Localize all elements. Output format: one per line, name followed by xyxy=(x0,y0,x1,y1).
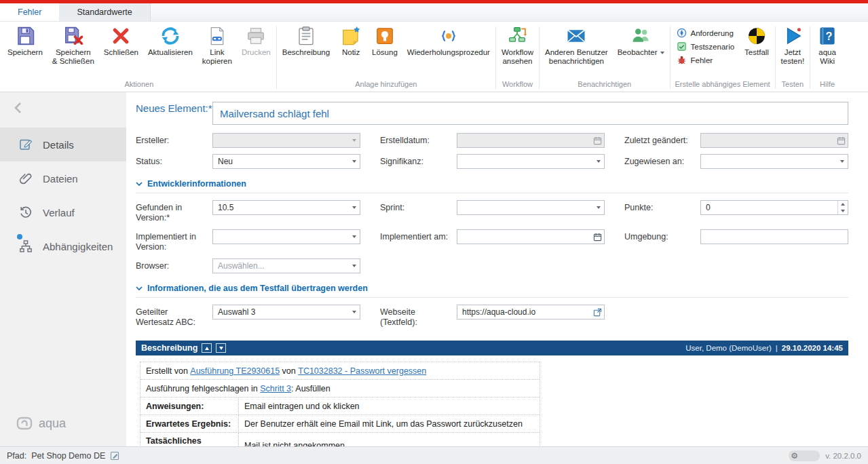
create-test-scenario-button[interactable]: Testszenario xyxy=(677,41,735,52)
wiki-button[interactable]: ? aqua Wiki xyxy=(811,22,844,67)
table-row: Ausführung fehlgeschlagen in Schritt 3: … xyxy=(140,380,540,398)
punkte-stepper[interactable]: 0 xyxy=(700,200,848,215)
item-title-input[interactable] xyxy=(212,102,848,125)
history-icon xyxy=(19,206,33,219)
save-button[interactable]: Speichern xyxy=(3,22,48,58)
umgebung-label: Umgebung: xyxy=(624,229,700,242)
zugewiesen-an-combobox[interactable] xyxy=(700,154,848,169)
close-button[interactable]: Schließen xyxy=(99,22,143,58)
chevron-down-icon xyxy=(352,235,356,238)
gefunden-in-version-combobox[interactable]: 10.5 xyxy=(212,200,360,215)
sidebar-item-details-label: Details xyxy=(43,139,74,151)
sidebar-item-dateien[interactable]: Dateien xyxy=(0,161,126,195)
description-button[interactable]: Beschreibung xyxy=(278,22,335,58)
sidebar-item-abhaengigkeiten-label: Abhängigkeiten xyxy=(43,241,113,252)
copy-link-button[interactable]: Link kopieren xyxy=(197,22,237,67)
save-close-icon xyxy=(63,26,83,46)
print-icon xyxy=(246,26,266,46)
create-requirement-button[interactable]: Anforderung xyxy=(677,28,735,38)
collapse-down-icon[interactable] xyxy=(216,343,226,353)
implementiert-am-datepicker[interactable] xyxy=(457,229,605,244)
description-meta-separator: | xyxy=(776,344,778,352)
sidebar-item-abhaengigkeiten[interactable]: Abhängigkeiten xyxy=(0,229,126,263)
note-icon xyxy=(341,26,361,46)
implementiert-in-version-combobox[interactable] xyxy=(212,229,360,244)
run-test-label: Jetzt testen! xyxy=(781,48,805,66)
description-panel-body: Erstellt von Ausführung TE2930615 von TC… xyxy=(136,355,848,446)
tab-standardwerte[interactable]: Standardwerte xyxy=(59,3,150,21)
signifikanz-label: Signifikanz: xyxy=(380,154,457,167)
watchers-button[interactable]: Beobachter xyxy=(613,22,669,58)
app-version: v. 20.2.0.0 xyxy=(825,452,861,460)
chevron-down-icon xyxy=(352,139,356,142)
details-edit-icon xyxy=(19,138,33,151)
chevron-down-icon xyxy=(352,206,356,209)
webseite-label: Webseite (Textfeld): xyxy=(380,305,457,328)
zugewiesen-an-label: Zugewiesen an: xyxy=(624,154,700,167)
notify-user-button[interactable]: Anderen Benutzer benachrichtigen xyxy=(540,22,613,67)
signifikanz-combobox[interactable] xyxy=(457,154,605,169)
create-defect-button[interactable]: Fehler xyxy=(677,55,735,65)
status-label: Status: xyxy=(136,154,212,167)
tab-fehler[interactable]: Fehler xyxy=(0,3,59,21)
save-and-close-button[interactable]: Speichern & Schließen xyxy=(48,22,99,67)
aqua-logo: aqua xyxy=(0,415,126,446)
run-test-button[interactable]: Jetzt testen! xyxy=(776,22,810,67)
sidebar: Details Dateien Verlauf Abhängigkeiten xyxy=(0,92,126,446)
spinner-up-icon[interactable] xyxy=(838,201,848,208)
ribbon-group-abhaengiges-element: Anforderung Testszenario Fehler xyxy=(671,22,774,92)
status-combobox[interactable]: Neu xyxy=(212,154,360,169)
umgebung-input[interactable] xyxy=(700,229,848,244)
create-test-case-label: Testfall xyxy=(744,48,769,57)
test-case-icon xyxy=(747,26,767,46)
refresh-icon xyxy=(160,26,181,46)
ribbon-tab-bar: Fehler Standardwerte xyxy=(0,3,868,22)
edit-path-icon[interactable] xyxy=(110,451,119,461)
group-label-abhaengiges-element: Erstelle abhängiges Element xyxy=(671,79,774,92)
settings-gear-toggle[interactable]: ⚙ xyxy=(789,450,820,461)
table-row: Tatsächliches Ergebnis: Mail ist nicht a… xyxy=(140,433,540,446)
chevron-down-icon xyxy=(352,311,356,313)
row-value: Mail ist nicht angekommen xyxy=(239,433,540,446)
view-workflow-button[interactable]: Workflow ansehen xyxy=(497,22,538,67)
implementiert-in-version-label: Implementiert in Version: xyxy=(136,229,212,252)
browser-combobox[interactable]: Auswählen... xyxy=(212,258,360,273)
print-button[interactable]: Drucken xyxy=(237,22,276,58)
calendar-icon xyxy=(834,134,848,147)
calendar-icon xyxy=(590,230,604,244)
create-test-case-button[interactable]: Testfall xyxy=(740,22,774,58)
wiki-label: aqua Wiki xyxy=(818,48,836,66)
erstelldatum-datepicker[interactable] xyxy=(457,133,605,148)
workflow-icon xyxy=(507,26,527,46)
implementiert-am-label: Implementiert am: xyxy=(380,229,457,242)
back-chevron-icon[interactable] xyxy=(14,102,23,117)
test-case-link[interactable]: TC1032832 - Passwort vergessen xyxy=(298,366,426,376)
section-entwicklerinformationen-label: Entwicklerinformationen xyxy=(147,179,246,189)
refresh-label: Aktualisieren xyxy=(148,48,193,57)
collapse-up-icon[interactable] xyxy=(202,343,212,353)
ribbon-separator xyxy=(495,26,496,89)
create-test-scenario-label: Testszenario xyxy=(691,43,735,51)
repro-procedure-button[interactable]: Wiederholungsprozedur xyxy=(402,22,495,58)
requirement-icon xyxy=(677,28,687,38)
description-panel-header: Beschreibung User, Demo (DemoUser) | 29.… xyxy=(136,341,848,355)
webseite-input[interactable] xyxy=(462,307,590,317)
sidebar-item-details[interactable]: Details xyxy=(0,128,126,161)
sprint-combobox[interactable] xyxy=(457,200,605,215)
sidebar-item-verlauf[interactable]: Verlauf xyxy=(0,195,126,229)
save-icon xyxy=(15,26,35,46)
zuletzt-geaendert-datepicker[interactable] xyxy=(700,133,848,148)
create-defect-label: Fehler xyxy=(691,56,713,64)
solution-button[interactable]: Lösung xyxy=(367,22,402,58)
spinner-down-icon[interactable] xyxy=(838,208,848,214)
geteilter-wertesatz-combobox[interactable]: Auswahl 3 xyxy=(212,305,360,320)
note-button[interactable]: Notiz xyxy=(335,22,367,58)
section-entwicklerinformationen[interactable]: Entwicklerinformationen xyxy=(136,179,848,193)
ribbon-group-workflow: Workflow ansehen Workflow xyxy=(497,22,538,92)
ersteller-combobox[interactable] xyxy=(212,133,360,148)
execution-link[interactable]: Ausführung TE2930615 xyxy=(190,366,280,376)
refresh-button[interactable]: Aktualisieren xyxy=(143,22,197,58)
section-testfall-informationen[interactable]: Informationen, die aus dem Testfall über… xyxy=(136,284,848,298)
external-link-icon[interactable] xyxy=(590,305,604,319)
step-link[interactable]: Schritt 3 xyxy=(260,384,291,393)
